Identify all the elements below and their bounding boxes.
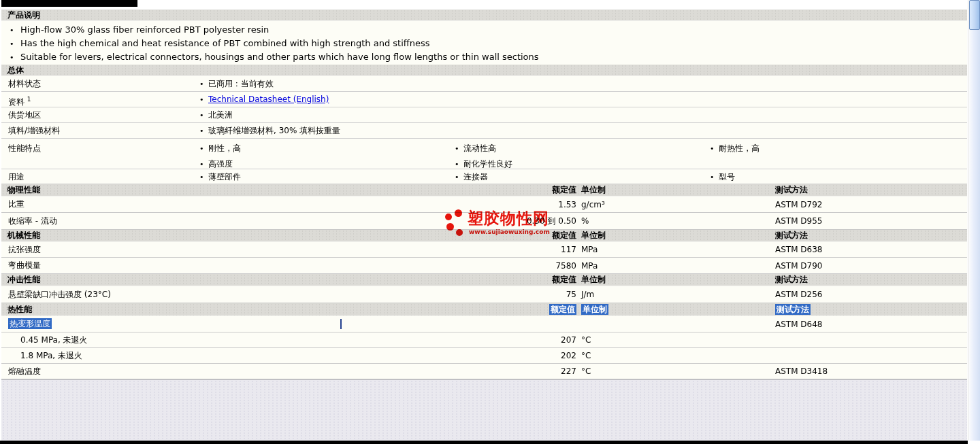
section-header-thermal: 热性能 额定值 单位制 测试方法	[1, 303, 967, 316]
selected-text: 测试方法	[775, 304, 811, 315]
uses-col-3: •型号	[710, 169, 965, 185]
feature-item: •刚性，高	[199, 141, 455, 156]
row-label: 性能特点	[1, 141, 199, 156]
bullet-icon: •	[710, 141, 719, 156]
bullet-item: •High-flow 30% glass fiber reinforced PB…	[1, 23, 967, 37]
bullet-text: High-flow 30% glass fiber reinforced PBT…	[20, 24, 269, 35]
column-header-unit: 单位制	[576, 304, 775, 315]
property-unit: %	[576, 216, 775, 226]
row-label: 材料状态	[1, 76, 199, 91]
vertical-scrollbar[interactable]	[968, 0, 980, 441]
uses-col-1: •薄壁部件	[199, 169, 455, 185]
bottom-black-bar	[0, 441, 968, 444]
property-row: 抗张强度 117 MPa ASTM D638	[1, 242, 967, 258]
property-method: ASTM D790	[775, 261, 967, 271]
general-row-features: 性能特点 •刚性，高 •高强度 •流动性高 •耐化学性良好 •耐热性，高	[1, 139, 967, 169]
page: 产品说明 •High-flow 30% glass fiber reinforc…	[0, 0, 980, 444]
property-unit: g/cm³	[576, 200, 775, 209]
selected-text: 额定值	[549, 304, 576, 315]
column-header-test-method: 测试方法	[775, 304, 967, 315]
property-value: 1.53	[489, 200, 576, 209]
datasheet-table: 产品说明 •High-flow 30% glass fiber reinforc…	[1, 10, 967, 441]
property-method: ASTM D792	[775, 200, 967, 209]
section-title: 热性能	[1, 304, 489, 315]
column-header-test-method: 测试方法	[775, 274, 967, 286]
value-text: 耐热性，高	[719, 143, 760, 153]
section-title: 冲击性能	[1, 274, 489, 286]
property-row: 弯曲模量 7580 MPa ASTM D790	[1, 258, 967, 274]
section-title: 物理性能	[1, 184, 489, 196]
bullet-icon: •	[199, 108, 208, 123]
row-label: 供货地区	[1, 107, 199, 122]
property-method: ASTM D3418	[775, 366, 967, 376]
property-row: 比重 1.53 g/cm³ ASTM D792	[1, 197, 967, 213]
general-row-filler: 填料/增强材料 •玻璃纤维增强材料, 30% 填料按重量	[1, 123, 967, 139]
label-text: 资料	[8, 97, 24, 107]
bullet-icon: •	[199, 141, 208, 156]
property-label: 热变形温度	[1, 318, 489, 330]
text-cursor	[340, 319, 342, 329]
row-value: •玻璃纤维增强材料, 30% 填料按重量	[199, 123, 455, 139]
section-title: 产品说明	[1, 10, 967, 21]
row-value: •北美洲	[199, 107, 455, 123]
property-value: 202	[489, 351, 576, 360]
section-header-physical: 物理性能 额定值 单位制 测试方法	[1, 184, 967, 197]
row-value: •已商用：当前有效	[199, 76, 455, 92]
general-row-uses: 用途 •薄壁部件 •连接器 •型号	[1, 169, 967, 184]
general-row-material-status: 材料状态 •已商用：当前有效	[1, 76, 967, 92]
bullet-text: Has the high chemical and heat resistanc…	[20, 38, 430, 48]
value-text: 流动性高	[463, 143, 496, 153]
property-label: 弯曲模量	[1, 260, 489, 271]
property-value: 207	[489, 335, 576, 345]
page-background-area	[1, 379, 967, 441]
technical-datasheet-link[interactable]: Technical Datasheet (English)	[208, 95, 329, 104]
section-title: 机械性能	[1, 230, 489, 241]
section-title: 总体	[1, 65, 967, 76]
bullet-item: •Suitable for levers, electrical connect…	[1, 50, 967, 64]
bullet-icon: •	[199, 124, 208, 139]
bullet-item: •Has the high chemical and heat resistan…	[1, 37, 967, 50]
value-text: 高强度	[208, 159, 233, 169]
property-value: 75	[489, 290, 576, 299]
bullet-icon: •	[199, 92, 208, 107]
property-method: ASTM D256	[775, 290, 967, 299]
property-value: 7580	[489, 261, 576, 271]
top-black-bar	[1, 0, 137, 7]
property-row: 1.8 MPa, 未退火 202 °C	[1, 348, 967, 364]
section-header-general: 总体	[1, 65, 967, 76]
features-col-3: •耐热性，高	[710, 141, 965, 156]
property-unit: MPa	[576, 245, 775, 254]
property-method: ASTM D955	[775, 216, 967, 226]
footnote-marker: 1	[27, 96, 31, 103]
property-row: 熔融温度 227 °C ASTM D3418	[1, 364, 967, 379]
bullet-icon: •	[199, 170, 208, 185]
property-value: 0.30 到 0.50	[489, 216, 576, 227]
features-col-1: •刚性，高 •高强度	[199, 141, 455, 172]
property-unit: °C	[576, 351, 775, 360]
value-text: 北美洲	[208, 110, 233, 120]
property-label: 1.8 MPa, 未退火	[1, 350, 489, 362]
value-text: 薄壁部件	[208, 172, 241, 182]
section-header-impact: 冲击性能 额定值 单位制 测试方法	[1, 274, 967, 286]
property-unit: °C	[576, 335, 775, 345]
bullet-icon: •	[199, 77, 208, 92]
property-unit: °C	[576, 366, 775, 376]
property-row: 悬壁梁缺口冲击强度 (23°C) 75 J/m ASTM D256	[1, 286, 967, 303]
scrollbar-thumb[interactable]	[969, 0, 980, 30]
property-row: 0.45 MPa, 未退火 207 °C	[1, 332, 967, 348]
value-text: 玻璃纤维增强材料, 30% 填料按重量	[208, 126, 340, 135]
property-label: 0.45 MPa, 未退火	[1, 335, 489, 346]
property-unit: MPa	[576, 261, 775, 271]
bullet-icon: •	[455, 170, 463, 185]
property-label: 熔融温度	[1, 366, 489, 377]
value-text: 已商用：当前有效	[208, 79, 274, 88]
value-text: 连接器	[463, 172, 488, 182]
property-unit: J/m	[576, 290, 775, 299]
features-col-2: •流动性高 •耐化学性良好	[455, 141, 710, 172]
column-header-rated-value: 额定值	[489, 304, 576, 315]
general-row-availability: 供货地区 •北美洲	[1, 107, 967, 123]
column-header-rated-value: 额定值	[489, 274, 576, 286]
property-row: 收缩率 - 流动 0.30 到 0.50 % ASTM D955	[1, 213, 967, 230]
property-method: ASTM D638	[775, 245, 967, 254]
selected-text: 单位制	[581, 304, 608, 315]
